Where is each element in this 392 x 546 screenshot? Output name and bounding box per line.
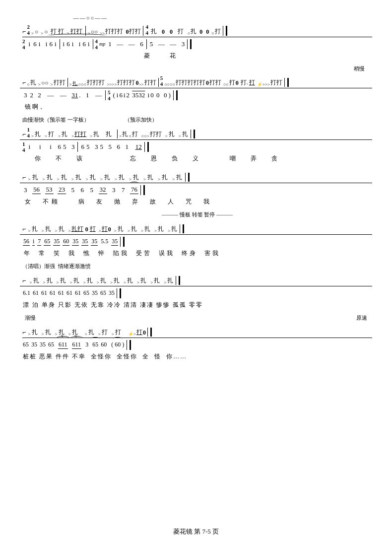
lyric-row-6: 漂 泊 单身 只影 无依 无靠 冷冷 清清 凄凄 惨惨 孤孤 零零	[20, 301, 372, 309]
section-2: 稍慢 ⌐ ○ 扎 > ○○ > 打打 > 扎. ○○○ 打打打 >>>> 打打打…	[20, 65, 372, 111]
sol-row-2: 3 2 2 — — 31 . 1 — 5 4 ( i	[20, 88, 372, 102]
lyric-row-4: 女 不顾 病 友 抛 弃 故 人 咒 我	[20, 198, 372, 206]
lyric-row-2: 镜 啊，	[20, 103, 372, 111]
page-footer: 菱花镜 第 7-5 页	[0, 527, 392, 536]
music-score-page: ——○○—— ⌐ 2 4 > ○ > ○ 打 打 > 打打 > ○○	[0, 0, 392, 546]
annotation-6: （清唱）渐强 情绪逐渐激愤	[20, 263, 372, 270]
sol-row-6: 6.1 61 61 61 61 61 61 65 35 65 35	[20, 286, 372, 300]
sol-row-1: 2 4 i 6 i i 6 i i 6 i i 6 i	[22, 37, 372, 51]
sol-row-5: 56 i 7 65 35 60 35 35 35 5.5 35	[20, 234, 372, 248]
annotation-7: 渐慢 原速	[20, 314, 372, 322]
annotation-3: 由慢渐快（预示签 一字板） （预示加快）	[20, 116, 372, 124]
section-7: 渐慢 原速 ⌐ >扎 >扎 >扎 >扎 >扎 >打 >打 ⚡ > 打 0	[20, 314, 372, 361]
section-5: ——— 慢板 转签 暂停 ——— ⌐ >扎 >扎 >扎 > 扎打 0 打 > 打…	[20, 211, 372, 258]
section-1: ——○○—— ⌐ 2 4 > ○ > ○ 打 打 > 打打 > ○○	[20, 15, 372, 60]
sol-row-7: 65 35 35 65 611 3 611 3	[22, 338, 372, 351]
bracket-left-1: ⌐	[22, 28, 26, 36]
perc-row-2: ⌐ ○ 扎 > ○○ > 打打 > 扎. ○○○ 打打打 >>>> 打打打 0 …	[20, 73, 372, 88]
annotation-shaoman: 稍慢	[20, 65, 372, 72]
sol-row-4: 3 56 53 23 5 6 5 32 3 7 76	[20, 183, 372, 197]
perc-row-5: ⌐ >扎 >扎 >扎 > 扎打 0 打 > 打 0 >扎 >扎 >扎	[20, 219, 372, 234]
section-4: ⌐ >扎 >扎 >扎 >扎 >扎 >扎 >扎 >扎 >扎 >扎 >扎	[20, 168, 372, 206]
perc-row-4: ⌐ >扎 >扎 >扎 >扎 >扎 >扎 >扎 >扎 >扎 >扎 >扎	[20, 168, 372, 183]
lyric-row-1: 菱 花	[20, 52, 372, 60]
perc-row-3: ⌐ 1 4 > 扎 > 打 > 扎 > 打打 > 扎 扎 >	[20, 125, 372, 139]
section-3: 由慢渐快（预示签 一字板） （预示加快） ⌐ 1 4 > 扎 > 打 > 扎 >…	[20, 116, 372, 163]
lyric-row-5: 年 常 笑 我 憔 悴 陷我 受苦 误我 终身 害我	[20, 249, 372, 258]
lyric-row-3: 你 不 该 忘 恩 负 义 嘲 弄 贪	[20, 154, 372, 163]
annotation-5: ——— 慢板 转签 暂停 ———	[20, 211, 372, 218]
sol-row-7-container: 65 35 35 65 611 3 611 3	[20, 338, 372, 351]
section-6: （清唱）渐强 情绪逐渐激愤 ⌐ >扎 >扎 >扎 >扎 >扎 >扎 >扎 >扎 …	[20, 263, 372, 309]
ornament-line: ——○○——	[25, 15, 372, 21]
perc-row-7: ⌐ >扎 >扎 >扎 >扎 >扎 >打 >打 ⚡ > 打 0	[20, 323, 372, 338]
lyric-row-7: 桩桩 恶果 件件 不幸 全怪你 全怪你 全 怪 你……	[20, 352, 372, 361]
perc-row-6: ⌐ >扎 >扎 >扎 >扎 >扎 >扎 >扎 >扎 >扎 >扎 >扎	[20, 271, 372, 286]
sol-row-3: 1 4 i i i 6 5 3 6 5 3 5 5 6	[20, 139, 372, 153]
